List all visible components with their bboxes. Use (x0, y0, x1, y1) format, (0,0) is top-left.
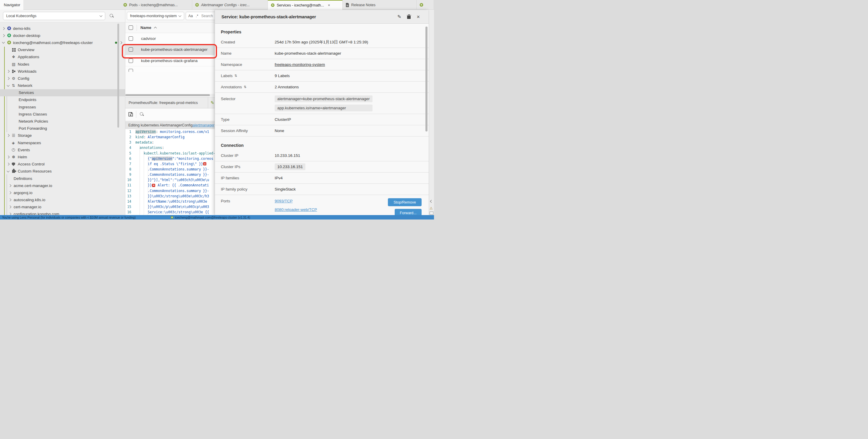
expander[interactable] (2, 35, 7, 37)
sidebar-item-label: Workloads (18, 69, 37, 74)
tab-label: Services - icecheng@math... (277, 3, 324, 7)
sort-toggle-icon[interactable]: ⇅ (244, 85, 246, 89)
close-icon[interactable]: × (416, 14, 420, 20)
chevron-left-icon[interactable] (430, 200, 433, 203)
trash-icon[interactable] (407, 15, 411, 19)
sidebar-item-access-control[interactable]: Access Control (0, 161, 125, 168)
expander[interactable] (7, 85, 12, 86)
sidebar-scrollbar[interactable] (117, 24, 119, 128)
kubeconfig-select[interactable]: Local Kubeconfigs (3, 12, 105, 20)
sort-toggle-icon[interactable]: ⇅ (235, 74, 237, 78)
sidebar-item-services[interactable]: Services (0, 89, 125, 96)
panel-scrollbar[interactable] (426, 27, 428, 131)
expander[interactable] (9, 184, 13, 187)
expander[interactable] (7, 134, 12, 136)
expander[interactable] (7, 171, 12, 172)
sidebar-item-network[interactable]: ⇅Network (0, 82, 125, 89)
expander[interactable] (9, 199, 13, 201)
alarm-emoji-icon (152, 184, 155, 187)
expander[interactable] (7, 163, 12, 165)
edit-icon[interactable]: ✎ (397, 14, 401, 20)
namespace-link[interactable]: freeleaps-monitoring-system (275, 62, 325, 67)
sidebar-item-ingresses[interactable]: Ingresses (0, 103, 125, 110)
scrollbar-thumb[interactable] (125, 94, 210, 96)
expander[interactable] (9, 206, 13, 208)
code-token: metadata (135, 140, 152, 144)
horizontal-scrollbar[interactable] (125, 94, 215, 96)
expander[interactable] (9, 192, 13, 194)
sidebar-item-events[interactable]: Events (0, 146, 125, 153)
navigator-panel-tab[interactable]: Navigator (0, 0, 23, 10)
code-token: monitoring.coreos.com/v1 (160, 130, 209, 134)
service-row-kube-prometheus-stack-alertmanager[interactable]: kube-prometheus-stack-alertmanager (125, 44, 215, 56)
line-number: 13 (125, 194, 135, 198)
sidebar-item-docker-desktop[interactable]: docker-desktop (0, 32, 125, 39)
sidebar-item-demo-k8s[interactable]: demo-k8s (0, 25, 125, 32)
panel-row-ip-family-policy: IP family policySingleStack (215, 184, 429, 195)
sidebar-item-nodes[interactable]: ▤Nodes (0, 61, 125, 68)
sidebar-item-workloads[interactable]: Workloads (0, 68, 125, 75)
row-checkbox[interactable] (129, 59, 133, 63)
regex-toggle[interactable]: .* (196, 14, 198, 18)
tab-alertmanager-configs[interactable]: Alertmanager Configs - icec... (192, 0, 268, 10)
sidebar-item-namespaces[interactable]: ◈Namespaces (0, 139, 125, 146)
indent-guide (140, 145, 140, 215)
sidebar-item-icecheng-mathmast-com-freeleaps-cluster[interactable]: icecheng@mathmast.com@freeleaps-cluster (0, 39, 125, 46)
editor-search-icon[interactable] (140, 112, 144, 117)
namespace-select[interactable]: freeleaps-monitoring-system (127, 12, 184, 20)
alertmanager-config-link[interactable]: alertmanager (193, 123, 215, 127)
service-row-partial[interactable] (125, 66, 215, 72)
sidebar-item-cert-manager-io[interactable]: cert-manager.io (0, 204, 125, 211)
prometheus-rule-bar[interactable]: PrometheusRule: freepeals-prod-metrics ✎ (125, 97, 215, 108)
workloads-icon (12, 70, 13, 71)
line-number: 3 (125, 140, 135, 144)
sidebar-item-definitions[interactable]: Definitions (0, 175, 125, 182)
sidebar-item-network-policies[interactable]: Network Policies (0, 117, 125, 125)
sidebar-item-helm[interactable]: ☸Helm (0, 153, 125, 160)
sort-asc-icon[interactable] (154, 27, 157, 30)
row-checkbox[interactable] (129, 36, 133, 41)
sidebar-item-argoproj-io[interactable]: argoproj.io (0, 189, 125, 196)
chevron-right-icon[interactable] (119, 41, 122, 44)
row-checkbox[interactable] (129, 69, 133, 72)
expander[interactable] (2, 42, 7, 43)
sidebar-item-overview[interactable]: Overview (0, 46, 125, 54)
port-link-8080-reloader-web-tcp[interactable]: 8080:reloader-web/TCP (275, 207, 317, 212)
code-line: 3metadata: (125, 140, 215, 145)
edit-pencil-icon[interactable]: ✎ (211, 100, 214, 105)
sidebar-item-config[interactable]: ⚙Config (0, 75, 125, 82)
sidebar-item-storage[interactable]: ☰Storage (0, 132, 125, 139)
sidebar-item-custom-resources[interactable]: Custom Resources (0, 168, 125, 175)
sidebar-item-label: Port Forwarding (19, 126, 47, 131)
port-link-9093-tcp[interactable]: 9093/TCP (275, 199, 317, 203)
save-icon[interactable] (128, 112, 133, 117)
search-icon[interactable] (110, 13, 114, 18)
sidebar-item-configuration-konghq-com[interactable]: configuration.konghq.com (0, 211, 125, 215)
name-column-header[interactable]: Name (141, 25, 151, 30)
stop-remove-button[interactable]: Stop/Remove (388, 198, 422, 206)
list-search-input[interactable]: Aa .* Search (186, 12, 215, 20)
row-checkbox[interactable] (129, 47, 133, 52)
tab-close-icon[interactable]: × (328, 3, 330, 7)
sidebar-item-port-forwarding[interactable]: Port Forwarding (0, 125, 125, 132)
sidebar-item-ingress-classes[interactable]: Ingress Classes (0, 110, 125, 117)
match-case-toggle[interactable]: Aa (188, 14, 193, 18)
tab-release-notes[interactable]: Release Notes (343, 0, 416, 10)
sidebar-item-endpoints[interactable]: Endpoints (0, 96, 125, 103)
yaml-editor[interactable]: 1apiVersion: monitoring.coreos.com/v12ki… (125, 129, 215, 215)
service-row-kube-prometheus-stack-grafana[interactable]: kube-prometheus-stack-grafana (125, 55, 215, 66)
sidebar-item-autoscaling-k8s-io[interactable]: autoscaling.k8s.io (0, 197, 125, 204)
expander[interactable] (7, 77, 12, 79)
sidebar-item-acme-cert-manager-io[interactable]: acme.cert-manager.io (0, 182, 125, 189)
tab-pods[interactable]: Pods - icecheng@mathmas... (120, 0, 192, 10)
service-row-cadvisor[interactable]: cadvisor (125, 33, 215, 44)
tab-partial-tab[interactable] (416, 0, 434, 10)
expander[interactable] (7, 70, 12, 72)
expander[interactable] (7, 156, 12, 158)
alarm-emoji-icon (203, 162, 206, 165)
sidebar-item-applications[interactable]: ❖Applications (0, 54, 125, 61)
tab-services[interactable]: Services - icecheng@math...× (268, 0, 343, 10)
expander[interactable] (2, 28, 7, 30)
search-placeholder: Search (201, 14, 213, 18)
select-all-checkbox[interactable] (129, 25, 133, 30)
